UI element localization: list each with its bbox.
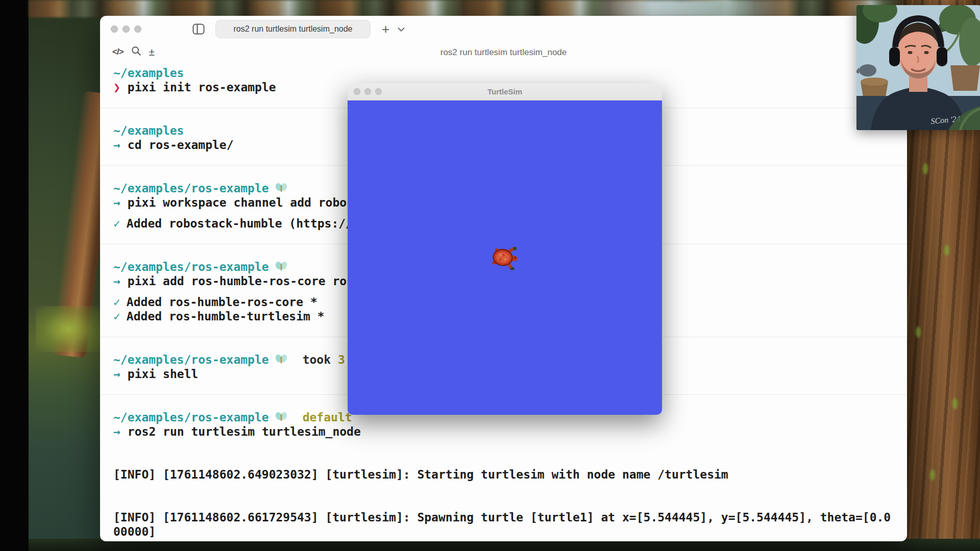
text-size-icon[interactable]: ±	[149, 46, 155, 58]
directory-path: ~/examples/ros-example	[113, 260, 269, 274]
sidebar-toggle-icon[interactable]	[192, 23, 205, 35]
close-button[interactable]	[111, 26, 118, 33]
terminal-tab[interactable]: ros2 run turtlesim turtlesim_node	[215, 20, 371, 38]
terminal-header-title: ros2 run turtlesim turtlesim_node	[100, 42, 907, 63]
environment-badge: default	[303, 410, 352, 424]
minimize-button[interactable]	[122, 26, 130, 33]
block-duration: took 3	[303, 353, 345, 367]
moss	[930, 469, 935, 481]
turtlesim-window-title: TurtleSim	[348, 87, 662, 96]
webcam-frame: SCon '24	[856, 5, 980, 130]
prompt-icon: →	[113, 367, 120, 381]
moss	[952, 398, 958, 409]
tab-title: ros2 run turtlesim turtlesim_node	[234, 24, 353, 34]
fairy-icon	[275, 261, 287, 273]
person-eye	[908, 51, 913, 54]
output-text: Added ros-humble-ros-core *	[127, 295, 317, 309]
prompt-icon: →	[113, 425, 120, 438]
tab-dropdown-icon[interactable]	[398, 24, 405, 34]
moss	[923, 163, 928, 174]
command-text: pixi init ros-example	[128, 81, 276, 94]
command-text: cd ros-example/	[128, 138, 234, 152]
fairy-icon	[275, 182, 287, 194]
output-text: Added ros-humble-turtlesim *	[127, 310, 325, 323]
terminal-toolbar: </> ± ros2 run turtlesim turtlesim_node	[100, 42, 907, 63]
prompt-icon: →	[113, 138, 120, 152]
output-text: Added robostack-humble (https://	[127, 217, 353, 230]
log-line: [INFO] [1761148602.649023032] [turtlesim…	[113, 467, 894, 482]
directory-path: ~/examples	[113, 123, 184, 138]
command-text: pixi shell	[128, 367, 198, 381]
prompt-icon: →	[113, 196, 120, 209]
webcam-overlay: SCon '24	[856, 5, 980, 130]
prompt-icon: →	[113, 274, 120, 288]
headphone-cup	[889, 47, 900, 66]
basket-right	[950, 65, 980, 91]
command-text: pixi workspace channel add robos	[128, 196, 354, 209]
new-tab-button[interactable]: +	[382, 22, 389, 36]
command-block: ~/examples/ros-example default →ros2 run…	[100, 395, 907, 541]
person-eye	[924, 51, 929, 54]
check-icon: ✓	[113, 310, 120, 323]
turtlesim-titlebar[interactable]: TurtleSim	[348, 83, 662, 101]
fairy-icon	[275, 354, 287, 366]
code-editor-icon[interactable]: </>	[112, 47, 124, 57]
check-icon: ✓	[113, 295, 120, 309]
search-icon[interactable]	[131, 45, 142, 59]
directory-path: ~/examples/ros-example	[113, 181, 269, 195]
moss	[944, 245, 949, 256]
directory-path: ~/examples/ros-example	[113, 353, 269, 367]
moss	[916, 327, 921, 338]
directory-path: ~/examples/ros-example	[113, 410, 269, 424]
turtlesim-window: TurtleSim	[348, 83, 662, 415]
command-text: ros2 run turtlesim turtlesim_node	[128, 425, 361, 438]
turtlesim-canvas	[348, 101, 662, 415]
headphone-cup	[937, 47, 947, 66]
forest-canopy	[29, 0, 980, 17]
check-icon: ✓	[113, 217, 120, 230]
teapot	[859, 64, 876, 77]
turtle-sprite	[489, 245, 519, 270]
sunlit-foliage	[36, 306, 102, 352]
fairy-icon	[275, 411, 287, 423]
log-output: [INFO] [1761148602.649023032] [turtlesim…	[113, 439, 894, 541]
log-line: [INFO] [1761148602.661729543] [turtlesim…	[113, 510, 894, 539]
terminal-tab-bar: ros2 run turtlesim turtlesim_node +	[100, 16, 907, 42]
sky-patch	[587, 0, 801, 17]
zoom-button[interactable]	[134, 26, 141, 33]
prompt-icon: ❯	[113, 81, 120, 94]
wallpaper-left-edge	[0, 0, 29, 551]
command-text: pixi add ros-humble-ros-core ros	[128, 274, 354, 288]
directory-path: ~/examples	[113, 66, 184, 80]
